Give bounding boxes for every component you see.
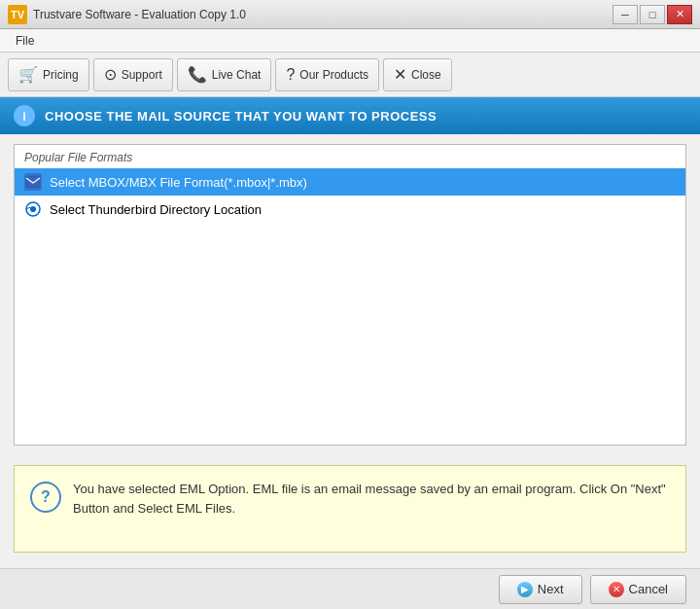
menu-file[interactable]: File xyxy=(8,32,42,50)
toolbar-pricing-button[interactable]: 🛒 Pricing xyxy=(8,58,89,91)
banner-text: CHOOSE THE MAIL SOURCE THAT YOU WANT TO … xyxy=(45,109,437,124)
toolbar-close-icon: ✕ xyxy=(394,65,406,84)
window-close-button[interactable]: ✕ xyxy=(667,5,692,24)
next-icon: ▶ xyxy=(517,582,533,597)
next-button[interactable]: ▶ Next xyxy=(499,575,582,604)
info-section: ? You have selected EML Option. EML file… xyxy=(0,465,700,562)
thunderbird-icon xyxy=(24,200,42,218)
format-thunderbird-item[interactable]: Select Thunderbird Directory Location xyxy=(15,196,685,223)
cancel-icon: ✕ xyxy=(609,582,624,597)
format-thunderbird-label: Select Thunderbird Directory Location xyxy=(50,202,262,217)
toolbar-close-label: Close xyxy=(411,68,441,82)
menu-bar: File xyxy=(0,29,700,53)
restore-button[interactable]: □ xyxy=(640,5,665,24)
footer: ▶ Next ✕ Cancel xyxy=(0,568,700,609)
ourproducts-icon: ? xyxy=(286,66,295,84)
toolbar: 🛒 Pricing ⊙ Support 📞 Live Chat ? Our Pr… xyxy=(0,53,700,97)
window-title: Trustvare Software - Evaluation Copy 1.0 xyxy=(33,8,246,21)
toolbar-livechat-button[interactable]: 📞 Live Chat xyxy=(177,58,272,91)
cancel-label: Cancel xyxy=(629,582,668,596)
format-mbox-label: Select MBOX/MBX File Format(*.mbox|*.mbx… xyxy=(50,175,307,190)
toolbar-ourproducts-label: Our Products xyxy=(299,68,368,82)
livechat-icon: 📞 xyxy=(188,65,207,84)
toolbar-support-button[interactable]: ⊙ Support xyxy=(93,58,173,91)
main-content: Popular File Formats Select MBOX/MBX Fil… xyxy=(0,134,700,465)
svg-rect-0 xyxy=(26,176,40,188)
toolbar-ourproducts-button[interactable]: ? Our Products xyxy=(275,58,379,91)
cancel-button[interactable]: ✕ Cancel xyxy=(590,575,686,604)
popular-formats-label: Popular File Formats xyxy=(15,145,685,168)
minimize-button[interactable]: ─ xyxy=(612,5,638,24)
toolbar-support-label: Support xyxy=(122,68,162,82)
toolbar-pricing-label: Pricing xyxy=(43,68,79,82)
info-icon: ? xyxy=(30,482,61,513)
app-logo: TV xyxy=(8,5,27,24)
info-text: You have selected EML Option. EML file i… xyxy=(73,480,670,518)
banner-icon: i xyxy=(14,105,35,126)
info-box: ? You have selected EML Option. EML file… xyxy=(14,465,686,553)
title-bar: TV Trustvare Software - Evaluation Copy … xyxy=(0,0,700,29)
header-banner: i CHOOSE THE MAIL SOURCE THAT YOU WANT T… xyxy=(0,97,700,134)
file-format-box: Popular File Formats Select MBOX/MBX Fil… xyxy=(14,144,686,446)
next-label: Next xyxy=(538,582,564,596)
title-bar-left: TV Trustvare Software - Evaluation Copy … xyxy=(8,5,246,24)
mbox-icon xyxy=(24,173,42,191)
pricing-icon: 🛒 xyxy=(18,65,38,84)
toolbar-close-button[interactable]: ✕ Close xyxy=(383,58,452,91)
support-icon: ⊙ xyxy=(104,65,117,84)
title-bar-buttons: ─ □ ✕ xyxy=(612,5,692,24)
toolbar-livechat-label: Live Chat xyxy=(212,68,262,82)
format-mbox-item[interactable]: Select MBOX/MBX File Format(*.mbox|*.mbx… xyxy=(15,168,685,196)
